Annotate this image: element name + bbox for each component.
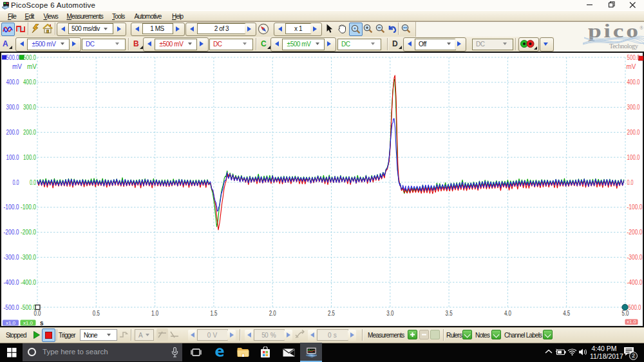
svg-text:500.0: 500.0 — [629, 304, 641, 311]
svg-text:mV: mV — [27, 63, 37, 70]
svg-text:100.0: 100.0 — [627, 154, 640, 161]
svg-text:1.0: 1.0 — [151, 310, 158, 317]
svg-text:100.0: 100.0 — [6, 154, 19, 161]
svg-text:x1.0: x1.0 — [627, 319, 637, 325]
svg-text:400.0: 400.0 — [23, 79, 36, 86]
svg-text:500.0: 500.0 — [627, 54, 640, 61]
svg-text:x1.0: x1.0 — [6, 320, 16, 326]
svg-text:-200.0: -200.0 — [627, 229, 643, 236]
svg-text:s: s — [40, 319, 44, 327]
svg-text:1.5: 1.5 — [210, 310, 217, 317]
svg-text:400.0: 400.0 — [627, 79, 640, 86]
svg-text:-100.0: -100.0 — [627, 204, 643, 211]
svg-text:300.0: 300.0 — [627, 104, 640, 111]
svg-text:-100.0: -100.0 — [4, 204, 19, 211]
svg-text:-300.0: -300.0 — [21, 254, 36, 261]
svg-text:0.0: 0.0 — [13, 179, 19, 186]
svg-text:4.0: 4.0 — [504, 310, 511, 317]
svg-text:3.0: 3.0 — [386, 310, 393, 317]
svg-text:mV: mV — [12, 63, 22, 70]
svg-text:-300.0: -300.0 — [4, 254, 19, 261]
svg-text:x1.0: x1.0 — [23, 320, 33, 326]
svg-text:100.0: 100.0 — [23, 154, 36, 161]
svg-text:300.0: 300.0 — [6, 104, 19, 111]
svg-text:-300.0: -300.0 — [627, 254, 643, 261]
svg-text:200.0: 200.0 — [23, 129, 36, 136]
svg-text:500.0: 500.0 — [6, 54, 19, 61]
svg-text:0.0: 0.0 — [34, 310, 41, 317]
svg-text:400.0: 400.0 — [6, 79, 19, 86]
svg-text:-400.0: -400.0 — [627, 279, 643, 286]
svg-text:2.0: 2.0 — [269, 310, 276, 317]
svg-text:500.0: 500.0 — [23, 54, 36, 61]
svg-text:2.5: 2.5 — [328, 310, 335, 317]
svg-text:0.0: 0.0 — [30, 179, 36, 186]
svg-text:0.0: 0.0 — [627, 179, 634, 186]
svg-text:-200.0: -200.0 — [4, 229, 19, 236]
svg-text:mV: mV — [627, 63, 636, 70]
svg-text:200.0: 200.0 — [627, 129, 640, 136]
svg-text:0.5: 0.5 — [93, 310, 100, 317]
svg-text:-200.0: -200.0 — [21, 229, 36, 236]
svg-text:200.0: 200.0 — [6, 129, 19, 136]
svg-text:300.0: 300.0 — [23, 104, 36, 111]
svg-text:5.0: 5.0 — [622, 310, 629, 317]
svg-text:4.5: 4.5 — [563, 310, 570, 317]
svg-text:-100.0: -100.0 — [21, 204, 36, 211]
svg-text:3.5: 3.5 — [446, 310, 453, 317]
svg-text:-400.0: -400.0 — [4, 279, 19, 286]
svg-text:-400.0: -400.0 — [21, 279, 36, 286]
svg-text:-500.0: -500.0 — [4, 304, 19, 311]
